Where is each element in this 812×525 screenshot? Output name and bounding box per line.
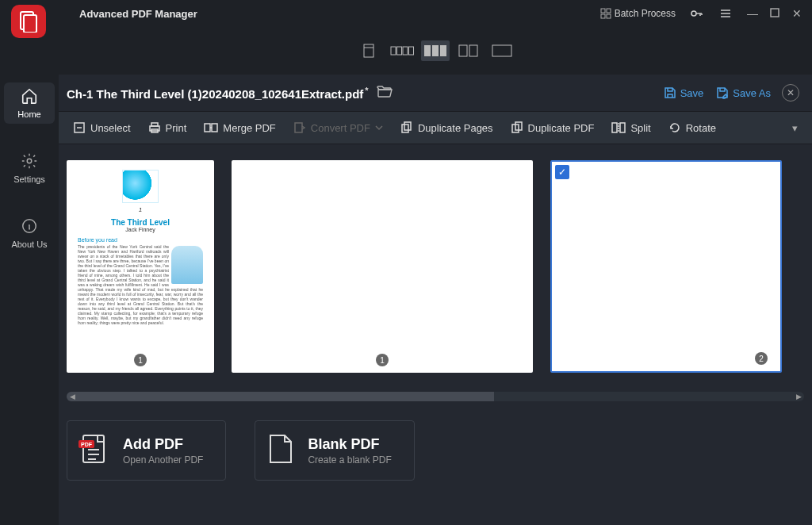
svg-rect-3 bbox=[607, 9, 611, 13]
document-header: Ch-1 The Third Level (1)20240208_102641E… bbox=[59, 75, 812, 111]
scroll-left-icon[interactable]: ◀ bbox=[67, 392, 78, 401]
convert-button[interactable]: Convert PDF bbox=[285, 117, 391, 138]
add-pdf-card[interactable]: PDF Add PDF Open Another PDF bbox=[67, 420, 226, 481]
viewmode-strip[interactable] bbox=[388, 40, 416, 61]
add-pdf-title: Add PDF bbox=[123, 436, 203, 453]
svg-rect-7 bbox=[771, 9, 779, 17]
blank-pdf-icon bbox=[266, 432, 295, 469]
save-button[interactable]: Save bbox=[664, 86, 704, 99]
merge-label: Merge PDF bbox=[223, 122, 275, 134]
close-document-button[interactable]: ✕ bbox=[782, 84, 799, 102]
home-icon bbox=[21, 87, 38, 105]
add-pdf-icon: PDF bbox=[79, 432, 110, 469]
toolbar-overflow[interactable]: ▾ bbox=[784, 118, 806, 138]
page-thumb-1[interactable]: 1 The Third Level Jack Finney Before you… bbox=[67, 160, 214, 373]
svg-rect-15 bbox=[424, 45, 431, 56]
print-label: Print bbox=[166, 122, 187, 134]
horizontal-scrollbar[interactable]: ◀ ▶ bbox=[67, 392, 804, 401]
save-label: Save bbox=[680, 87, 704, 99]
split-icon bbox=[611, 121, 626, 134]
thumb-title: The Third Level bbox=[111, 218, 170, 227]
document-title: Ch-1 The Third Level (1)20240208_102641E… bbox=[67, 86, 369, 101]
gear-icon bbox=[21, 152, 38, 170]
split-button[interactable]: Split bbox=[603, 117, 658, 138]
viewmode-two-up[interactable] bbox=[454, 40, 483, 61]
page-number-badge: 1 bbox=[376, 354, 389, 366]
blank-pdf-title: Blank PDF bbox=[308, 436, 391, 453]
batch-process-label: Batch Process bbox=[615, 8, 676, 19]
page-thumb-3-selected[interactable]: ✓ 2 bbox=[550, 160, 782, 373]
chevron-down-icon bbox=[375, 125, 383, 131]
blank-pdf-subtitle: Create a blank PDF bbox=[308, 454, 391, 466]
save-as-button[interactable]: Save As bbox=[716, 86, 771, 99]
rotate-button[interactable]: Rotate bbox=[661, 117, 724, 138]
maximize-button[interactable] bbox=[766, 7, 783, 20]
print-button[interactable]: Print bbox=[140, 117, 195, 138]
svg-rect-18 bbox=[459, 45, 467, 56]
duplicate-pdf-icon bbox=[511, 121, 523, 134]
svg-rect-13 bbox=[403, 47, 408, 55]
svg-rect-26 bbox=[212, 124, 217, 132]
save-as-label: Save As bbox=[733, 87, 771, 99]
key-icon[interactable] bbox=[685, 5, 710, 22]
svg-rect-12 bbox=[397, 47, 402, 55]
page-thumb-2[interactable]: 1 bbox=[232, 160, 533, 373]
svg-rect-27 bbox=[295, 123, 302, 132]
sidebar-settings-label: Settings bbox=[13, 174, 45, 184]
svg-rect-19 bbox=[469, 45, 477, 56]
unselect-button[interactable]: Unselect bbox=[65, 117, 139, 138]
svg-rect-20 bbox=[492, 45, 511, 56]
open-folder-icon[interactable] bbox=[377, 85, 393, 101]
document-filename: Ch-1 The Third Level (1)20240208_102641E… bbox=[67, 87, 363, 101]
titlebar: Advanced PDF Manager Batch Process — ✕ bbox=[0, 0, 812, 27]
svg-point-8 bbox=[27, 159, 32, 163]
sidebar-item-about[interactable]: About Us bbox=[4, 213, 55, 254]
viewmode-single[interactable] bbox=[354, 40, 383, 61]
page-number-badge: 1 bbox=[134, 354, 147, 366]
svg-rect-33 bbox=[620, 123, 625, 132]
sidebar-item-settings[interactable]: Settings bbox=[4, 148, 55, 189]
info-icon bbox=[21, 217, 38, 235]
svg-rect-14 bbox=[409, 47, 414, 55]
close-button[interactable]: ✕ bbox=[788, 7, 806, 20]
svg-rect-29 bbox=[404, 122, 411, 130]
convert-label: Convert PDF bbox=[311, 122, 370, 134]
merge-button[interactable]: Merge PDF bbox=[196, 117, 283, 138]
merge-icon bbox=[204, 121, 218, 134]
page-number-badge: 2 bbox=[755, 352, 768, 365]
svg-rect-25 bbox=[205, 124, 210, 132]
rotate-icon bbox=[668, 121, 681, 134]
sidebar: Home Settings About Us bbox=[0, 27, 59, 525]
batch-process-button[interactable]: Batch Process bbox=[596, 5, 680, 22]
duplicate-pdf-button[interactable]: Duplicate PDF bbox=[503, 117, 603, 138]
svg-rect-16 bbox=[432, 45, 439, 56]
batch-icon bbox=[600, 8, 611, 19]
sidebar-home-label: Home bbox=[17, 109, 40, 119]
svg-rect-11 bbox=[391, 47, 396, 55]
thumb-body: The presidents of the New York Central s… bbox=[67, 244, 214, 325]
add-pdf-subtitle: Open Another PDF bbox=[123, 454, 203, 466]
duplicate-pages-button[interactable]: Duplicate Pages bbox=[393, 117, 501, 138]
duplicate-pages-icon bbox=[400, 121, 413, 134]
blank-pdf-card[interactable]: Blank PDF Create a blank PDF bbox=[255, 420, 414, 481]
duplicate-pages-label: Duplicate Pages bbox=[418, 122, 493, 134]
viewmode-full[interactable] bbox=[488, 40, 516, 61]
selected-check-icon: ✓ bbox=[555, 165, 569, 179]
thumb-illustration bbox=[122, 170, 159, 203]
svg-rect-1 bbox=[24, 15, 36, 33]
sidebar-about-label: About Us bbox=[11, 240, 47, 249]
toolbar: Unselect Print Merge PDF Convert PDF Dup… bbox=[59, 111, 812, 144]
save-as-icon bbox=[716, 86, 729, 99]
unselect-icon bbox=[73, 121, 86, 134]
print-icon bbox=[148, 121, 161, 134]
split-label: Split bbox=[630, 122, 650, 134]
svg-rect-5 bbox=[607, 14, 611, 18]
unselect-label: Unselect bbox=[90, 122, 131, 134]
svg-point-6 bbox=[691, 11, 696, 16]
hamburger-icon[interactable] bbox=[715, 6, 739, 21]
sidebar-item-home[interactable]: Home bbox=[4, 82, 55, 124]
scroll-right-icon[interactable]: ▶ bbox=[793, 392, 804, 401]
minimize-button[interactable]: — bbox=[744, 7, 761, 20]
rotate-label: Rotate bbox=[686, 122, 716, 134]
viewmode-large-grid[interactable] bbox=[421, 40, 450, 61]
